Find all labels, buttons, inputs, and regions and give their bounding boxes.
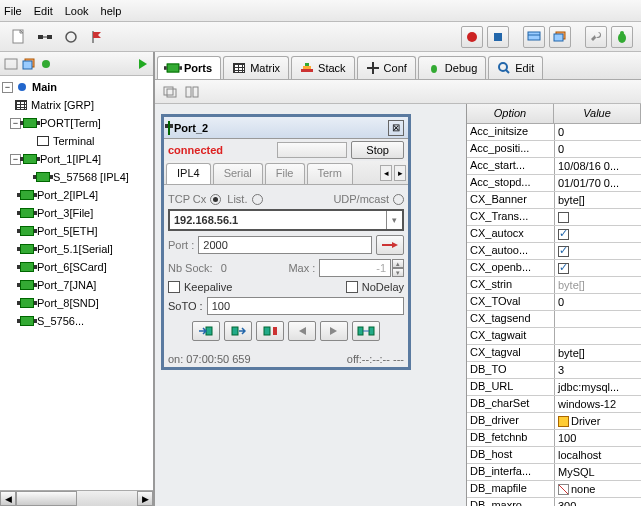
wrench-icon[interactable] xyxy=(585,26,607,48)
tab-edit[interactable]: Edit xyxy=(488,56,543,79)
address-input[interactable] xyxy=(170,211,386,229)
props-value[interactable]: 0 xyxy=(555,124,641,140)
menu-look[interactable]: Look xyxy=(65,5,89,17)
spinner-up-icon[interactable]: ▴ xyxy=(392,259,404,268)
out-icon[interactable] xyxy=(224,321,252,341)
horizontal-scrollbar[interactable]: ◀ ▶ xyxy=(0,490,153,506)
props-row[interactable]: DB_charSetwindows-12 xyxy=(467,396,641,413)
props-row[interactable]: CX_TOval0 xyxy=(467,294,641,311)
panel-titlebar[interactable]: Port_2 ⊠ xyxy=(164,117,408,139)
checkbox-icon[interactable] xyxy=(558,229,569,240)
props-value[interactable]: 01/01/70 0... xyxy=(555,175,641,191)
props-row[interactable]: CX_Trans... xyxy=(467,209,641,226)
list-radio[interactable] xyxy=(252,194,263,205)
settings-icon[interactable] xyxy=(523,26,545,48)
props-value[interactable] xyxy=(555,209,641,225)
props-option-header[interactable]: Option xyxy=(467,104,554,123)
props-row[interactable]: CX_autoo... xyxy=(467,243,641,260)
props-value[interactable] xyxy=(555,260,641,276)
connector-icon[interactable] xyxy=(34,26,56,48)
dropdown-icon[interactable]: ▾ xyxy=(386,211,402,229)
max-input[interactable] xyxy=(319,259,391,277)
checkbox-icon[interactable] xyxy=(558,212,569,223)
tree-item[interactable]: S_5756... xyxy=(0,312,153,330)
prev-icon[interactable] xyxy=(288,321,316,341)
props-row[interactable]: DB_TO3 xyxy=(467,362,641,379)
tree-item[interactable]: Matrix [GRP] xyxy=(0,96,153,114)
menu-edit[interactable]: Edit xyxy=(34,5,53,17)
soto-input[interactable] xyxy=(207,297,404,315)
props-value[interactable] xyxy=(555,328,641,344)
next-icon[interactable] xyxy=(320,321,348,341)
nodelay-checkbox[interactable] xyxy=(346,281,358,293)
tree-item[interactable]: Terminal xyxy=(0,132,153,150)
props-row[interactable]: DB_fetchnb100 xyxy=(467,430,641,447)
props-value[interactable]: 10/08/16 0... xyxy=(555,158,641,174)
tree-item[interactable]: −Port_1[IPL4] xyxy=(0,150,153,168)
props-body[interactable]: Acc_initsize0Acc_positi...0Acc_start...1… xyxy=(467,124,641,506)
props-row[interactable]: CX_tagsend xyxy=(467,311,641,328)
port-action-icon[interactable] xyxy=(376,235,404,255)
props-row[interactable]: DB_mapfilenone xyxy=(467,481,641,498)
inner-tab-serial[interactable]: Serial xyxy=(213,163,263,184)
props-value-header[interactable]: Value xyxy=(554,104,641,123)
checkbox-icon[interactable] xyxy=(558,246,569,257)
props-value[interactable]: MySQL xyxy=(555,464,641,480)
record-icon[interactable] xyxy=(461,26,483,48)
tab-ports[interactable]: Ports xyxy=(157,56,221,79)
tree-item[interactable]: Port_6[SCard] xyxy=(0,258,153,276)
tree-toolbar-btn[interactable] xyxy=(40,58,54,70)
tab-stack[interactable]: Stack xyxy=(291,56,355,79)
udp-radio[interactable] xyxy=(393,194,404,205)
props-value[interactable]: 0 xyxy=(555,141,641,157)
props-row[interactable]: Acc_positi...0 xyxy=(467,141,641,158)
props-row[interactable]: CX_Bannerbyte[] xyxy=(467,192,641,209)
tree-item[interactable]: Port_2[IPL4] xyxy=(0,186,153,204)
window-cascade-icon[interactable] xyxy=(163,86,177,98)
keepalive-checkbox[interactable] xyxy=(168,281,180,293)
play-icon[interactable] xyxy=(137,58,149,70)
props-value[interactable]: localhost xyxy=(555,447,641,463)
props-value[interactable] xyxy=(555,226,641,242)
menu-help[interactable]: help xyxy=(101,5,122,17)
bug-icon[interactable] xyxy=(611,26,633,48)
new-doc-icon[interactable] xyxy=(8,26,30,48)
props-row[interactable]: DB_interfa...MySQL xyxy=(467,464,641,481)
tab-conf[interactable]: Conf xyxy=(357,56,416,79)
props-value[interactable]: windows-12 xyxy=(555,396,641,412)
props-value[interactable] xyxy=(555,243,641,259)
props-row[interactable]: CX_strinbyte[] xyxy=(467,277,641,294)
circle-icon[interactable] xyxy=(60,26,82,48)
tree-item[interactable]: Port_7[JNA] xyxy=(0,276,153,294)
tree-toolbar-btn[interactable] xyxy=(22,58,36,70)
eject-icon[interactable] xyxy=(256,321,284,341)
props-row[interactable]: CX_openb... xyxy=(467,260,641,277)
transfer-icon[interactable] xyxy=(352,321,380,341)
window-tile-icon[interactable] xyxy=(185,86,199,98)
props-value[interactable]: byte[] xyxy=(555,345,641,361)
scroll-right-icon[interactable]: ▶ xyxy=(137,491,153,506)
address-combo[interactable]: ▾ xyxy=(168,209,404,231)
props-row[interactable]: Acc_stopd...01/01/70 0... xyxy=(467,175,641,192)
props-value[interactable]: 300 xyxy=(555,498,641,506)
props-row[interactable]: DB_maxro300 xyxy=(467,498,641,506)
props-value[interactable]: 0 xyxy=(555,294,641,310)
props-value[interactable] xyxy=(555,311,641,327)
props-row[interactable]: DB_hostlocalhost xyxy=(467,447,641,464)
tree-item[interactable]: S_57568 [IPL4] xyxy=(0,168,153,186)
props-row[interactable]: DB_driverDriver xyxy=(467,413,641,430)
props-row[interactable]: CX_tagwait xyxy=(467,328,641,345)
props-value[interactable]: byte[] xyxy=(555,192,641,208)
props-value[interactable]: 3 xyxy=(555,362,641,378)
tree-item[interactable]: Port_5[ETH] xyxy=(0,222,153,240)
in-icon[interactable] xyxy=(192,321,220,341)
props-value[interactable]: Driver xyxy=(555,413,641,429)
spinner-down-icon[interactable]: ▾ xyxy=(392,268,404,277)
stop-button[interactable]: Stop xyxy=(351,141,404,159)
tree-item[interactable]: −PORT[Term] xyxy=(0,114,153,132)
close-icon[interactable]: ⊠ xyxy=(388,120,404,136)
tab-nav-left-icon[interactable]: ◂ xyxy=(380,165,392,181)
scroll-left-icon[interactable]: ◀ xyxy=(0,491,16,506)
tree-view[interactable]: −Main Matrix [GRP] −PORT[Term] Terminal … xyxy=(0,76,153,490)
props-value[interactable]: 100 xyxy=(555,430,641,446)
